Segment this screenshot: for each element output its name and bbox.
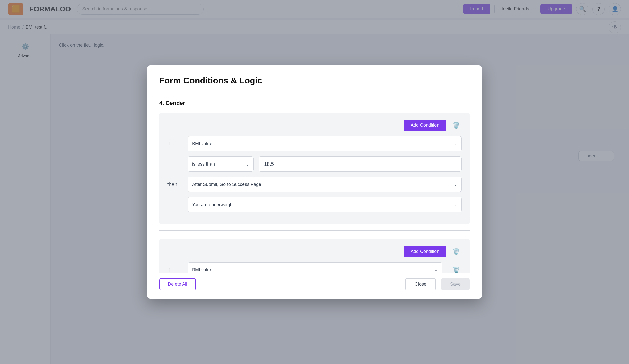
footer-right-buttons: Close Save <box>405 278 470 290</box>
operator-value-row-1: if is less than ⌄ <box>167 156 462 172</box>
then-action-select-1[interactable]: After Submit, Go to Success Page ⌄ <box>188 177 462 192</box>
condition-card-2-header: Add Condition 🗑️ <box>167 246 462 257</box>
if-row-1: if BMI value ⌄ <box>167 136 462 151</box>
chevron-down-icon-1: ⌄ <box>453 141 457 147</box>
modal-footer: Delete All Close Save <box>147 273 482 299</box>
delete-condition-button-1[interactable]: 🗑️ <box>450 120 462 131</box>
modal-body: 4. Gender Add Condition 🗑️ if BMI value <box>147 92 482 273</box>
value-input-1[interactable] <box>259 156 462 172</box>
delete-all-button[interactable]: Delete All <box>159 278 196 290</box>
chevron-down-icon-op-1: ⌄ <box>246 161 249 167</box>
form-conditions-modal: Form Conditions & Logic 4. Gender Add Co… <box>147 65 482 299</box>
operator-select-1-value: is less than <box>192 161 215 167</box>
modal-overlay: Form Conditions & Logic 4. Gender Add Co… <box>0 0 629 364</box>
condition-section: 4. Gender Add Condition 🗑️ if BMI value <box>159 100 470 273</box>
chevron-down-icon-2: ⌄ <box>434 267 438 273</box>
field-select-2[interactable]: BMI value ⌄ <box>188 262 442 273</box>
section-label: 4. Gender <box>159 100 470 106</box>
close-button[interactable]: Close <box>405 278 436 290</box>
delete-condition-button-2[interactable]: 🗑️ <box>450 246 462 257</box>
trash-icon-2: 🗑️ <box>453 248 460 255</box>
then-target-select-1[interactable]: You are underweight ⌄ <box>188 197 462 212</box>
trash-icon-1: 🗑️ <box>453 122 460 129</box>
field-select-1-value: BMI value <box>192 141 212 147</box>
condition-card-2: Add Condition 🗑️ if BMI value <box>159 239 470 273</box>
field-select-2-value: BMI value <box>192 267 212 273</box>
add-condition-button-2[interactable]: Add Condition <box>404 246 446 257</box>
then-target-row-1: then You are underweight ⌄ <box>167 197 462 212</box>
operator-select-1[interactable]: is less than ⌄ <box>188 156 254 172</box>
field-select-1[interactable]: BMI value ⌄ <box>188 136 462 151</box>
if-label-2: if <box>167 267 183 273</box>
if-row-2: if BMI value ⌄ 🗑️ <box>167 262 462 273</box>
trash-icon-nested-2: 🗑️ <box>453 267 460 273</box>
modal-header: Form Conditions & Logic <box>147 65 482 92</box>
save-button: Save <box>441 278 470 290</box>
if-label-1: if <box>167 141 183 147</box>
chevron-down-icon-target-1: ⌄ <box>453 202 457 207</box>
add-condition-button-1[interactable]: Add Condition <box>404 120 446 131</box>
then-row-1: then After Submit, Go to Success Page ⌄ <box>167 177 462 192</box>
modal-title: Form Conditions & Logic <box>159 76 470 85</box>
then-label-1: then <box>167 181 183 187</box>
then-target-value-1: You are underweight <box>192 202 234 207</box>
chevron-down-icon-then-1: ⌄ <box>453 181 457 187</box>
condition-card-1-header: Add Condition 🗑️ <box>167 120 462 131</box>
nested-delete-button-2[interactable]: 🗑️ <box>450 264 462 273</box>
section-divider <box>159 230 470 231</box>
then-action-value-1: After Submit, Go to Success Page <box>192 182 261 187</box>
condition-card-1: Add Condition 🗑️ if BMI value ⌄ <box>159 113 470 224</box>
